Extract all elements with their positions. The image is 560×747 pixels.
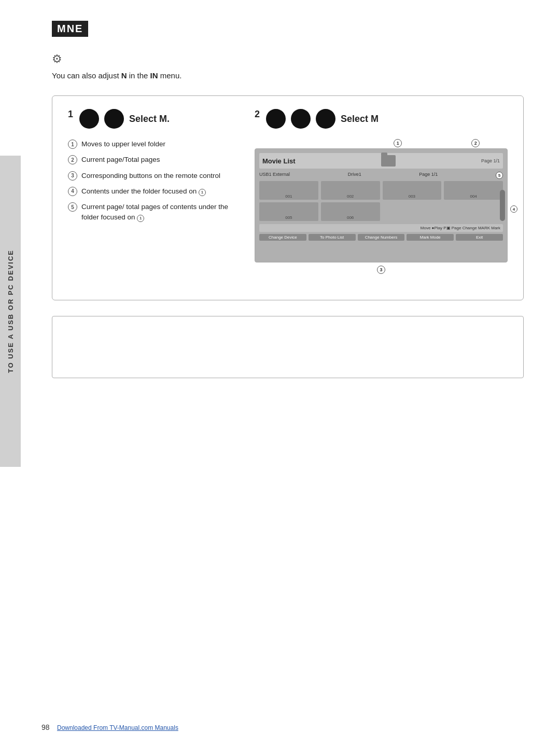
bullet-num-1: 1 [68,140,77,149]
ml-title: Movie List [262,157,296,165]
top-header: MNE [52,21,529,37]
intro-suffix: menu. [158,71,182,80]
anno-3-row: 3 [255,266,508,274]
anno-3: 3 [377,266,385,274]
intro-middle: in the [127,71,150,80]
step2-circle1 [266,109,286,129]
ml-cell-6: 006 [321,202,380,221]
step1-circle1 [79,109,99,129]
intro-bold1: N [121,71,127,80]
ml-btn-exit[interactable]: Exit [456,234,503,241]
anno-top-row: 1 2 [255,139,508,147]
ml-btn-photo-list[interactable]: To Photo List [309,234,356,241]
anno-4: 4 [510,205,517,213]
ml-btn-mark-mode[interactable]: Mark Mode [407,234,454,241]
step1: 1 Select M. 1 Moves to upper level folde… [68,109,234,274]
settings-icon: ⚙ [52,52,529,66]
ml-btn-change-numbers[interactable]: Change Numbers [358,234,405,241]
ml-controls-bar: Move ●Play P▣ Page Change MARK Mark [259,224,503,232]
ml-cell-label-5: 005 [259,215,318,220]
ml-usb-label: USB1 External [259,172,290,179]
bullet-item-1: 1 Moves to upper level folder [68,139,234,149]
ml-header: Movie List Page 1/1 [259,153,503,169]
download-link[interactable]: Downloaded From TV-Manual.com Manuals [57,724,178,731]
step2: 2 Select M 1 2 Movie List [255,109,508,274]
ref-num-1: 1 [199,189,206,196]
note-box [52,316,524,378]
ml-cell-3: 003 [383,181,442,200]
ml-cell-label-2: 002 [321,194,380,199]
ml-btn-change-device[interactable]: Change Device [259,234,306,241]
intro-bold2: IN [150,71,158,80]
bullet-item-5: 5 Current page/ total pages of contents … [68,202,234,223]
bullet-num-3: 3 [68,171,77,181]
bullet-list: 1 Moves to upper level folder 2 Current … [68,139,234,223]
bullet-num-5: 5 [68,202,77,212]
page-number: 98 [41,723,50,731]
step2-number: 2 [255,109,260,120]
bullet-text-5: Current page/ total pages of contents un… [81,202,234,223]
step2-circle3 [316,109,335,129]
step2-label: Select M [341,114,379,125]
ml-cell-2: 002 [321,181,380,200]
anno-2: 2 [471,139,480,147]
folder-icon [381,155,396,167]
step1-label: Select M. [129,114,170,125]
steps-row: 1 Select M. 1 Moves to upper level folde… [68,109,508,274]
step2-circle2 [291,109,311,129]
ml-drive-label: Drive1 [348,172,361,179]
ml-page-info: Page 1/1 [481,158,500,163]
ml-cell-1: 001 [259,181,318,200]
intro-prefix: You can also adjust [52,71,121,80]
step1-number: 1 [68,109,73,120]
scroll-indicator [500,190,505,221]
ml-page-info2: Page 1/1 [419,172,438,179]
movie-list-ui: Movie List Page 1/1 USB1 External Drive1… [255,148,508,262]
intro-text: You can also adjust N in the IN menu. [52,71,529,80]
ml-cell-label-3: 003 [383,194,442,199]
bullet-item-2: 2 Current page/Total pages [68,155,234,165]
bullet-item-3: 3 Corresponding buttons on the remote co… [68,171,234,181]
step2-header: 2 Select M [255,109,508,129]
ml-cell-label-6: 006 [321,215,380,220]
anno-1: 1 [394,139,402,147]
main-instruction-box: 1 Select M. 1 Moves to upper level folde… [52,95,524,300]
bullet-num-2: 2 [68,155,77,164]
bullet-item-4: 4 Contents under the folder focused on 1 [68,186,234,197]
ml-cell-label-4: 004 [444,194,503,199]
step1-header: 1 Select M. [68,109,234,129]
ml-sub-info: USB1 External Drive1 Page 1/1 5 [259,172,503,179]
ml-cell-label-1: 001 [259,194,318,199]
bullet-num-4: 4 [68,187,77,196]
anno-5: 5 [496,172,503,179]
ml-cell-4: 004 [444,181,503,200]
bullet-text-3: Corresponding buttons on the remote cont… [81,171,220,181]
bullet-text-4: Contents under the folder focused on 1 [81,186,206,197]
step1-circle2 [104,109,124,129]
logo: MNE [52,21,88,37]
ml-cell-5: 005 [259,202,318,221]
ml-grid: 001 002 003 004 005 [259,181,503,221]
ml-buttons-row: Change Device To Photo List Change Numbe… [259,234,503,241]
bullet-text-1: Moves to upper level folder [81,139,165,149]
bullet-text-2: Current page/Total pages [81,155,160,165]
ref-num-1b: 1 [137,215,144,222]
